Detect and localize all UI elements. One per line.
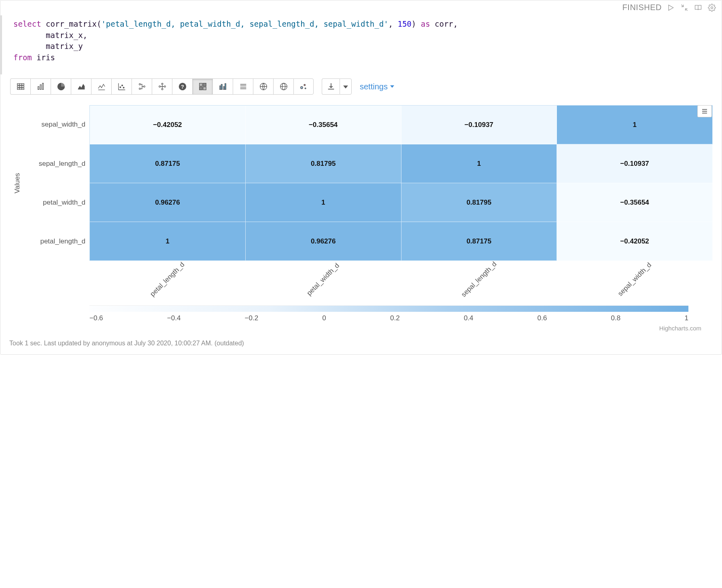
- heatmap-cell[interactable]: 1: [557, 106, 713, 144]
- svg-rect-34: [702, 113, 707, 114]
- run-icon[interactable]: [667, 4, 675, 12]
- svg-marker-0: [669, 5, 673, 10]
- color-axis-gradient: [89, 305, 688, 312]
- book-icon[interactable]: [694, 4, 702, 12]
- y-axis-title: Values: [13, 173, 21, 193]
- sql-code-editor[interactable]: select corr_matrix('petal_length_d, peta…: [0, 15, 722, 74]
- chart-context-menu-icon[interactable]: [697, 105, 712, 117]
- color-axis-tick: 1: [684, 314, 688, 322]
- svg-point-29: [304, 85, 306, 86]
- heatmap-cell[interactable]: 0.87175: [401, 222, 557, 261]
- svg-point-14: [164, 86, 166, 87]
- svg-point-5: [119, 87, 121, 88]
- globe-alt-icon[interactable]: [273, 78, 293, 95]
- heatmap-cell[interactable]: −0.42052: [90, 106, 246, 144]
- svg-point-28: [301, 87, 303, 89]
- heatmap-cell[interactable]: 1: [401, 144, 557, 183]
- x-axis-tick-label: petal_length_d: [89, 263, 245, 302]
- svg-point-13: [161, 89, 163, 90]
- color-axis: −0.6−0.4−0.200.20.40.60.81: [89, 305, 688, 322]
- y-axis-tick-label: petal_length_d: [25, 222, 85, 261]
- svg-rect-20: [203, 87, 206, 90]
- color-axis-tick: 0.6: [537, 314, 547, 322]
- svg-point-30: [305, 88, 306, 89]
- notebook-cell: FINISHED select corr_matrix('petal_lengt…: [0, 0, 722, 355]
- heatmap-cell[interactable]: 0.81795: [401, 183, 557, 222]
- svg-point-8: [139, 84, 140, 85]
- color-axis-tick: 0.4: [464, 314, 474, 322]
- network-chart-icon[interactable]: [152, 78, 172, 95]
- svg-rect-24: [225, 84, 226, 90]
- svg-point-11: [159, 86, 160, 87]
- heatmap-cell[interactable]: 0.81795: [246, 144, 401, 183]
- heatmap-cell[interactable]: −0.35654: [557, 183, 713, 222]
- svg-text:?: ?: [181, 84, 184, 90]
- download-icon[interactable]: [322, 78, 340, 95]
- svg-marker-31: [344, 86, 347, 88]
- x-axis-categories: petal_length_dpetal_width_dsepal_length_…: [89, 263, 713, 302]
- cell-footer-status: Took 1 sec. Last updated by anonymous at…: [0, 332, 722, 354]
- svg-rect-21: [219, 86, 221, 89]
- scatter-chart-icon[interactable]: [111, 78, 132, 95]
- status-bar: FINISHED: [0, 0, 722, 12]
- svg-rect-4: [42, 83, 43, 90]
- svg-point-7: [123, 87, 124, 89]
- heatmap-cell[interactable]: 1: [246, 183, 401, 222]
- color-axis-tick: 0.8: [611, 314, 621, 322]
- heatmap-cell[interactable]: 0.96276: [90, 183, 246, 222]
- color-axis-tick: −0.4: [167, 314, 181, 322]
- y-axis-categories: sepal_width_dsepal_length_dpetal_width_d…: [25, 105, 89, 261]
- heatmap-cell[interactable]: 0.96276: [246, 222, 401, 261]
- svg-point-12: [161, 83, 163, 85]
- globe-icon[interactable]: [253, 78, 273, 95]
- svg-point-9: [139, 88, 140, 90]
- heatmap: Values sepal_width_dsepal_length_dpetal_…: [9, 105, 713, 261]
- svg-rect-33: [702, 111, 707, 112]
- svg-rect-17: [199, 83, 202, 86]
- stacked-bar-icon[interactable]: [233, 78, 253, 95]
- settings-link[interactable]: settings: [360, 82, 394, 91]
- status-label: FINISHED: [622, 3, 662, 12]
- bubble-chart-icon[interactable]: [293, 78, 314, 95]
- x-axis-tick-label: petal_width_d: [245, 263, 401, 302]
- svg-rect-18: [203, 83, 206, 86]
- heatmap-cell[interactable]: 1: [90, 222, 246, 261]
- svg-rect-22: [221, 85, 222, 90]
- tree-chart-icon[interactable]: [132, 78, 152, 95]
- gear-icon[interactable]: [708, 4, 716, 12]
- heatmap-cell[interactable]: 0.87175: [90, 144, 246, 183]
- chart-type-buttons: ?: [10, 78, 314, 95]
- line-chart-icon[interactable]: [91, 78, 111, 95]
- download-caret-icon[interactable]: [340, 78, 352, 95]
- heatmap-cell[interactable]: −0.10937: [557, 144, 713, 183]
- svg-rect-3: [40, 85, 41, 90]
- bar-chart-icon[interactable]: [30, 78, 51, 95]
- pie-chart-icon[interactable]: [51, 78, 71, 95]
- svg-point-10: [143, 86, 145, 87]
- y-axis-tick-label: sepal_length_d: [25, 144, 85, 183]
- x-axis-tick-label: sepal_width_d: [557, 263, 713, 302]
- status-icons: [667, 4, 716, 12]
- svg-rect-19: [199, 87, 202, 90]
- grouped-bar-icon[interactable]: [212, 78, 233, 95]
- chart-container: Values sepal_width_dsepal_length_dpetal_…: [9, 105, 713, 332]
- settings-link-label: settings: [360, 82, 388, 91]
- table-icon[interactable]: [10, 78, 30, 95]
- color-axis-ticks: −0.6−0.4−0.200.20.40.60.81: [89, 314, 688, 322]
- heatmap-icon[interactable]: [192, 78, 212, 95]
- color-axis-tick: 0.2: [390, 314, 400, 322]
- y-axis-tick-label: petal_width_d: [25, 183, 85, 222]
- chart-credits[interactable]: Highcharts.com: [9, 322, 713, 332]
- heatmap-cell[interactable]: −0.35654: [246, 106, 401, 144]
- visualization-toolbar: ? settings: [0, 74, 722, 95]
- y-axis-tick-label: sepal_width_d: [25, 105, 85, 144]
- collapse-icon[interactable]: [680, 4, 688, 12]
- heatmap-cell[interactable]: −0.10937: [401, 106, 557, 144]
- svg-point-6: [121, 85, 123, 86]
- heatmap-cell[interactable]: −0.42052: [557, 222, 713, 261]
- color-axis-tick: −0.6: [89, 314, 103, 322]
- help-icon[interactable]: ?: [172, 78, 192, 95]
- heatmap-grid[interactable]: −0.42052−0.35654−0.1093710.871750.817951…: [89, 105, 713, 261]
- area-chart-icon[interactable]: [71, 78, 91, 95]
- download-group: [322, 78, 352, 95]
